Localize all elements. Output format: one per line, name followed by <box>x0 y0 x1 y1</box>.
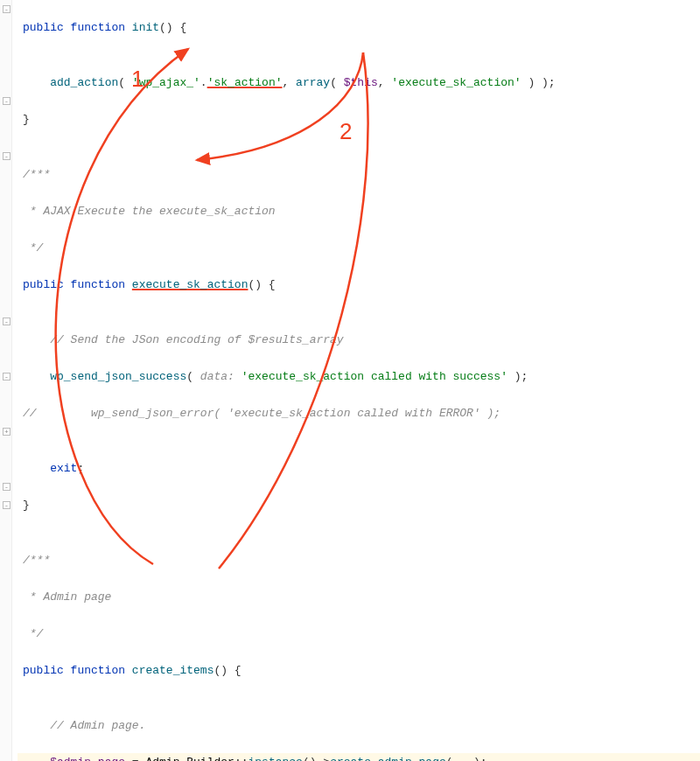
fold-icon[interactable]: + <box>3 428 10 436</box>
fold-icon[interactable]: - <box>3 5 10 13</box>
keyword: public function <box>23 664 125 677</box>
gutter: - - - - - + - - <box>0 0 12 761</box>
fold-icon[interactable]: - <box>3 318 10 325</box>
keyword: exit <box>50 462 77 475</box>
keyword: public function <box>23 278 125 291</box>
comment: // Admin page. <box>50 719 145 732</box>
comment: // wp_send_json_error( 'execute_sk_actio… <box>23 407 500 420</box>
fn-name: create_items <box>132 664 214 677</box>
comment: */ <box>23 241 43 255</box>
comment: */ <box>23 627 43 640</box>
string: 'execute_sk_action' <box>391 76 521 89</box>
comment: // Send the JSon encoding of $results_ar… <box>50 333 343 346</box>
comment: * AJAX Execute the execute_sk_action <box>23 205 276 218</box>
fn-def-execute: execute_sk_action <box>132 278 248 291</box>
paren: () { <box>159 21 186 34</box>
class: Admin_Builder <box>145 756 234 761</box>
string: 'execute_sk_action called with success' <box>242 370 508 383</box>
fold-icon[interactable]: - <box>3 152 10 160</box>
fold-icon[interactable]: - <box>3 483 10 491</box>
fold-icon[interactable]: - <box>3 501 10 509</box>
fn-name: init <box>132 21 159 34</box>
code-area[interactable]: public function init() { add_action( 'wp… <box>16 0 700 761</box>
code-editor[interactable]: - - - - - + - - public function init() {… <box>0 0 700 761</box>
fn-call: wp_send_json_success <box>50 370 186 383</box>
fn-call: array <box>296 76 330 89</box>
fold-icon[interactable]: - <box>3 97 10 105</box>
comment: * Admin page <box>23 590 111 604</box>
brace: } <box>23 499 30 512</box>
comment: /*** <box>23 554 50 567</box>
annotation-label-1: 1 <box>131 70 144 88</box>
param-hint: data: <box>200 370 234 383</box>
keyword: public function <box>23 21 125 34</box>
fn-call: instance <box>248 756 302 761</box>
fn-call: create_admin_page <box>330 756 446 761</box>
comment: /*** <box>23 168 50 181</box>
var: $admin_page <box>50 756 125 761</box>
folded-dots[interactable]: ... <box>453 756 473 761</box>
fold-icon[interactable]: - <box>3 373 10 380</box>
brace: } <box>23 113 30 126</box>
fn-call: add_action <box>50 76 118 89</box>
sk-action-string: 'sk_action' <box>207 76 283 89</box>
var: $this <box>344 76 378 89</box>
annotation-label-2: 2 <box>340 122 352 141</box>
